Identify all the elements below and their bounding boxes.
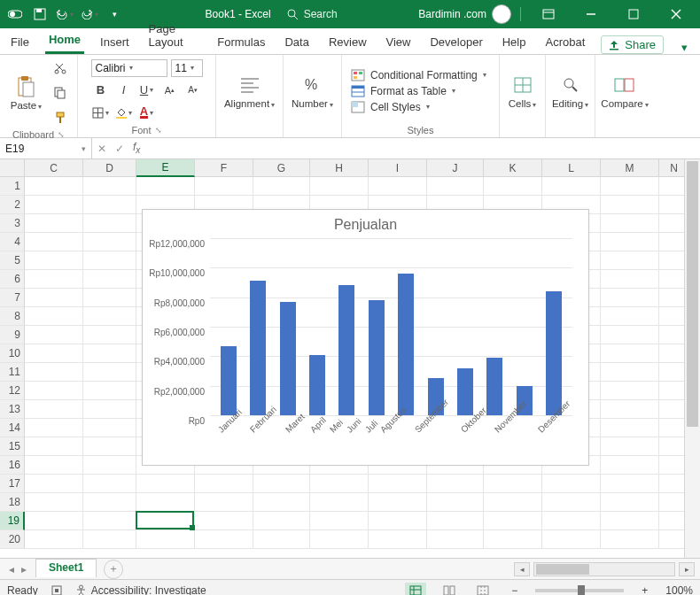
cell[interactable] xyxy=(25,344,83,363)
zoom-slider-thumb[interactable] xyxy=(578,585,585,596)
cell[interactable] xyxy=(25,251,83,270)
cell[interactable] xyxy=(310,512,369,530)
column-header[interactable]: F xyxy=(195,159,253,177)
hscroll-left[interactable]: ◂ xyxy=(514,562,530,576)
paste-button[interactable]: Paste xyxy=(7,73,45,112)
cell[interactable] xyxy=(25,326,83,344)
column-header[interactable]: I xyxy=(369,159,427,177)
tab-developer[interactable]: Developer xyxy=(426,32,486,54)
cell[interactable] xyxy=(601,456,659,475)
cell[interactable] xyxy=(542,177,601,196)
cell[interactable] xyxy=(427,530,484,549)
zoom-in-button[interactable]: + xyxy=(636,584,653,596)
underline-button[interactable]: U xyxy=(137,81,157,100)
tab-data[interactable]: Data xyxy=(281,32,312,54)
row-header[interactable]: 6 xyxy=(0,270,25,289)
zoom-out-button[interactable]: − xyxy=(506,584,523,596)
row-header[interactable]: 7 xyxy=(0,289,25,307)
cell[interactable] xyxy=(601,270,659,289)
cell[interactable] xyxy=(83,196,136,214)
user-avatar[interactable] xyxy=(492,4,511,24)
row-header[interactable]: 11 xyxy=(0,363,25,382)
undo-button[interactable] xyxy=(55,4,74,25)
cell[interactable] xyxy=(25,456,83,475)
hscroll-right[interactable]: ▸ xyxy=(679,562,695,576)
cell[interactable] xyxy=(25,475,83,493)
cell[interactable] xyxy=(542,475,601,493)
cell[interactable] xyxy=(83,177,136,196)
sheet-tab-active[interactable]: Sheet1 xyxy=(35,559,97,577)
cell[interactable] xyxy=(253,177,310,196)
column-header[interactable]: G xyxy=(253,159,310,177)
shrink-font-button[interactable]: A▾ xyxy=(183,81,203,100)
page-layout-view-button[interactable] xyxy=(439,583,460,596)
font-launcher[interactable]: ⤡ xyxy=(155,126,162,135)
cell[interactable] xyxy=(542,493,601,512)
tab-file[interactable]: File xyxy=(7,32,33,54)
column-header[interactable]: L xyxy=(542,159,601,177)
cell[interactable] xyxy=(253,493,310,512)
cell[interactable] xyxy=(427,493,484,512)
cell[interactable] xyxy=(601,475,659,493)
row-header[interactable]: 15 xyxy=(0,437,25,456)
cell[interactable] xyxy=(83,493,136,512)
font-size-combo[interactable]: 11▾ xyxy=(171,59,203,77)
cell[interactable] xyxy=(601,344,659,363)
cell[interactable] xyxy=(601,363,659,382)
cell[interactable] xyxy=(369,493,427,512)
cell[interactable] xyxy=(310,475,369,493)
cell[interactable] xyxy=(195,475,253,493)
horizontal-scrollbar[interactable] xyxy=(533,562,675,576)
page-break-view-button[interactable] xyxy=(472,583,494,596)
cell[interactable] xyxy=(83,530,136,549)
editing-button[interactable]: Editing xyxy=(548,72,592,111)
cell[interactable] xyxy=(25,177,83,196)
cell[interactable] xyxy=(136,493,195,512)
cell[interactable] xyxy=(83,475,136,493)
cell[interactable] xyxy=(25,270,83,289)
cell[interactable] xyxy=(25,214,83,233)
row-header[interactable]: 18 xyxy=(0,493,25,512)
cell[interactable] xyxy=(25,196,83,214)
maximize-button[interactable] xyxy=(615,0,652,28)
autosave-toggle[interactable] xyxy=(5,4,25,25)
cell[interactable] xyxy=(25,363,83,382)
user-name[interactable]: Bardimin .com xyxy=(418,8,486,20)
cell[interactable] xyxy=(484,512,542,530)
fx-icon[interactable]: fx xyxy=(129,141,144,155)
cell[interactable] xyxy=(83,363,136,382)
font-color-button[interactable]: A xyxy=(137,104,157,123)
cell[interactable] xyxy=(601,251,659,270)
row-header[interactable]: 10 xyxy=(0,344,25,363)
tab-view[interactable]: View xyxy=(383,32,415,54)
cell[interactable] xyxy=(83,344,136,363)
tab-review[interactable]: Review xyxy=(325,32,370,54)
row-header[interactable]: 19 xyxy=(0,512,25,530)
cell[interactable] xyxy=(310,493,369,512)
row-header[interactable]: 14 xyxy=(0,419,25,437)
cell[interactable] xyxy=(601,419,659,437)
row-header[interactable]: 5 xyxy=(0,251,25,270)
cell[interactable] xyxy=(195,493,253,512)
cell-styles-button[interactable]: Cell Styles▾ xyxy=(351,101,430,113)
column-header[interactable]: H xyxy=(310,159,369,177)
search-box[interactable]: Search xyxy=(287,8,338,20)
tab-acrobat[interactable]: Acrobat xyxy=(541,32,588,54)
bold-button[interactable]: B xyxy=(91,81,111,100)
vertical-scroll-thumb[interactable] xyxy=(687,161,698,427)
copy-button[interactable] xyxy=(51,83,70,103)
column-header[interactable]: J xyxy=(427,159,484,177)
cell[interactable] xyxy=(83,419,136,437)
cell[interactable] xyxy=(484,475,542,493)
cell[interactable] xyxy=(25,289,83,307)
row-header[interactable]: 2 xyxy=(0,196,25,214)
sheet-nav-prev[interactable]: ◂ xyxy=(9,563,14,576)
cell[interactable] xyxy=(427,512,484,530)
cell[interactable] xyxy=(83,251,136,270)
accessibility-status[interactable]: Accessibility: Investigate xyxy=(75,584,206,596)
cell[interactable] xyxy=(25,419,83,437)
cell[interactable] xyxy=(136,475,195,493)
cell[interactable] xyxy=(25,493,83,512)
row-header[interactable]: 20 xyxy=(0,530,25,549)
grow-font-button[interactable]: A▴ xyxy=(160,81,180,100)
